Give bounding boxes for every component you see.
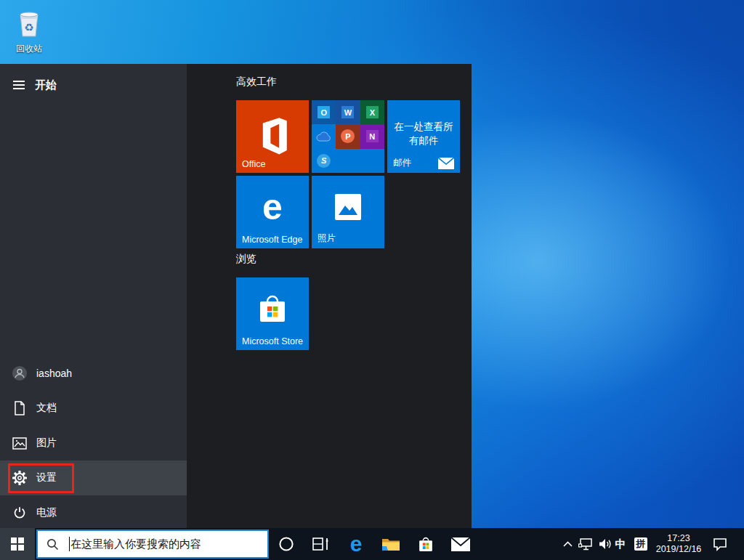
speaker-icon [599,538,612,550]
tile-office-label: Office [242,159,265,169]
tray-show-hidden-icons[interactable] [559,528,575,560]
search-icon [46,538,59,551]
tray-network[interactable] [576,528,595,560]
rail-item-documents-label: 文档 [36,402,57,415]
action-center-icon [713,537,727,551]
taskbar-file-explorer-button[interactable] [373,528,408,560]
powerpoint-icon: P [336,124,360,148]
outlook-icon: O [312,100,336,124]
mail-tile-message: 在一处查看所有邮件 [390,120,457,147]
windows-logo-icon [11,537,24,551]
tile-mail[interactable]: 在一处查看所有邮件 邮件 [387,100,460,173]
start-button[interactable] [0,528,35,560]
tray-ime-language[interactable]: 中 [612,528,629,560]
chevron-up-icon [563,541,573,547]
document-icon [12,400,28,416]
edge-icon: e [350,533,363,555]
tile-office[interactable]: Office [236,100,309,173]
rail-item-user-label: iashoah [36,368,72,379]
rail-item-power-label: 电源 [36,506,57,519]
taskbar-edge-button[interactable]: e [339,528,373,560]
clock-date: 2019/12/16 [650,544,707,555]
clock-time: 17:23 [650,533,707,544]
rail-item-power[interactable]: 电源 [0,495,187,530]
store-icon [417,536,434,553]
onedrive-icon [312,124,336,148]
recycle-bin-shortcut[interactable]: ♻ 回收站 [10,7,48,55]
taskbar-cortana-button[interactable] [269,528,304,560]
tile-edge[interactable]: e Microsoft Edge [236,176,309,248]
search-placeholder-text: 在这里输入你要搜索的内容 [70,537,201,551]
start-menu-title: 开始 [35,78,57,92]
photos-icon [333,192,363,222]
file-explorer-icon [381,536,400,552]
onenote-icon: N [360,124,384,148]
taskbar-mail-button[interactable] [443,528,478,560]
tile-photos-label: 照片 [318,232,336,245]
skype-icon: S [312,149,336,173]
taskbar-task-view-button[interactable] [304,528,339,560]
tile-store[interactable]: Microsoft Store [236,277,309,350]
network-icon [578,538,594,551]
tray-clock[interactable]: 17:23 2019/12/16 [650,528,708,560]
taskbar: 在这里输入你要搜索的内容 e [0,528,744,560]
cortana-icon [278,536,294,552]
edge-logo-icon: e [262,189,283,225]
store-bag-icon [256,293,289,325]
user-avatar-icon [12,365,28,381]
recycle-bin-label: 回收站 [10,43,48,55]
rail-item-documents[interactable]: 文档 [0,391,187,426]
tray-ime-mode[interactable]: 拼 [632,528,650,560]
start-menu: 开始 iashoah 文档 图片 [0,64,472,528]
pinyin-mode-icon: 拼 [634,537,647,551]
start-menu-rail: 开始 iashoah 文档 图片 [0,64,187,528]
annotation-highlight-box-settings [8,463,74,493]
mail-icon [451,537,470,551]
group-title-productivity: 高效工作 [236,76,277,89]
tile-photos[interactable]: 照片 [312,176,384,248]
pictures-icon [12,435,28,451]
tile-office-suite[interactable]: O W X P N S [312,100,384,173]
tile-mail-label: 邮件 [393,157,411,169]
taskbar-search-input[interactable]: 在这里输入你要搜索的内容 [36,529,269,559]
task-view-icon [312,537,330,551]
rail-item-user[interactable]: iashoah [0,356,187,391]
tile-store-label: Microsoft Store [242,336,303,346]
svg-text:♻: ♻ [24,21,33,33]
group-title-browse: 浏览 [236,253,256,266]
excel-icon: X [360,100,384,124]
recycle-bin-icon: ♻ [15,7,44,39]
power-icon [12,505,28,521]
text-caret [69,537,70,551]
tile-edge-label: Microsoft Edge [242,235,302,245]
tray-action-center[interactable] [709,528,731,560]
mail-envelope-icon [438,158,454,169]
office-logo-icon [251,115,294,158]
hamburger-menu-icon[interactable] [13,81,25,89]
rail-item-pictures-label: 图片 [36,437,57,450]
rail-item-pictures[interactable]: 图片 [0,426,187,460]
word-icon: W [336,100,360,124]
taskbar-store-button[interactable] [408,528,443,560]
